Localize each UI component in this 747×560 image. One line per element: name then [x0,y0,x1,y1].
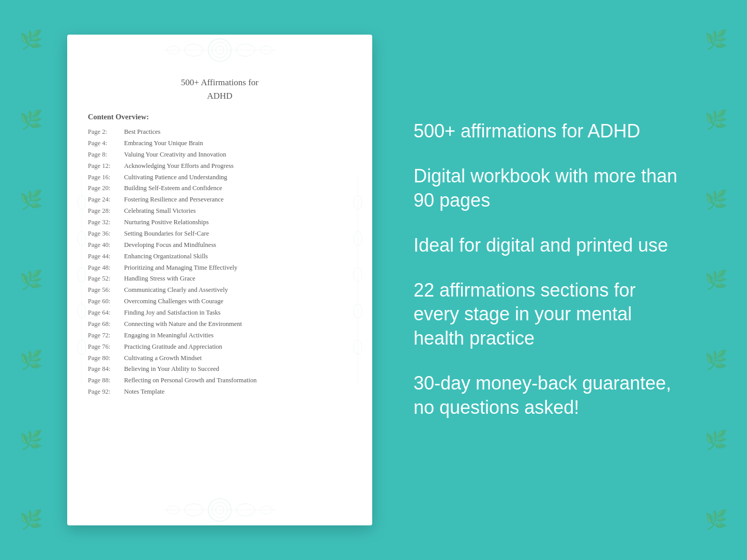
floral-sprig: 🌿 [705,510,728,529]
toc-page-number: Page 40: [88,240,124,251]
toc-page-title: Valuing Your Creativity and Innovation [124,149,226,161]
main-layout: 500+ Affirmations for ADHD Content Overv… [0,0,747,560]
toc-page-number: Page 60: [88,296,124,307]
floral-sprig: 🌿 [705,431,728,449]
right-panel: 500+ affirmations for ADHDDigital workbo… [403,119,680,440]
floral-sprig: 🌿 [20,30,43,49]
toc-page-title: Acknowledging Your Efforts and Progress [124,161,234,172]
doc-deco-bottom [67,494,372,525]
toc-item: Page 24:Fostering Resilience and Perseve… [88,194,352,206]
floral-sprig: 🌿 [20,351,43,369]
toc-item: Page 52:Handling Stress with Grace [88,273,352,285]
toc-item: Page 4:Embracing Your Unique Brain [88,138,352,149]
document-title: 500+ Affirmations for ADHD [88,76,352,102]
floral-sprig: 🌿 [20,271,43,289]
toc-item: Page 92:Notes Template [88,386,352,398]
feature-text: 500+ affirmations for ADHD [414,119,680,144]
toc-item: Page 40:Developing Focus and Mindfulness [88,240,352,251]
toc-page-number: Page 36: [88,228,124,240]
toc-page-title: Handling Stress with Grace [124,273,195,285]
content-overview-label: Content Overview: [88,113,352,121]
toc-item: Page 76:Practicing Gratitude and Appreci… [88,341,352,353]
toc-page-number: Page 24: [88,194,124,206]
toc-page-number: Page 84: [88,364,124,375]
toc-page-number: Page 8: [88,149,124,161]
toc-page-number: Page 76: [88,341,124,353]
toc-page-title: Finding Joy and Satisfaction in Tasks [124,307,221,319]
toc-page-number: Page 64: [88,307,124,319]
toc-page-title: Embracing Your Unique Brain [124,138,203,149]
toc-page-number: Page 80: [88,353,124,364]
toc-page-title: Best Practices [124,127,160,138]
floral-sprig: 🌿 [20,191,43,209]
toc-page-title: Overcoming Challenges with Courage [124,296,223,307]
toc-page-number: Page 72: [88,330,124,341]
feature-item-3: 22 affirmations sections for every stage… [414,278,680,351]
toc-page-number: Page 92: [88,386,124,398]
toc-item: Page 68:Connecting with Nature and the E… [88,319,352,330]
toc-item: Page 36:Setting Boundaries for Self-Care [88,228,352,240]
floral-sprig: 🌿 [20,111,43,129]
floral-border-right: 🌿 🌿 🌿 🌿 🌿 🌿 🌿 [685,0,747,560]
toc-page-title: Cultivating Patience and Understanding [124,172,227,183]
toc-page-title: Developing Focus and Mindfulness [124,240,216,251]
toc-page-number: Page 68: [88,319,124,330]
toc-page-title: Communicating Clearly and Assertively [124,285,228,296]
doc-deco-top [67,35,372,66]
document-page: 500+ Affirmations for ADHD Content Overv… [67,35,372,525]
toc-item: Page 56:Communicating Clearly and Assert… [88,285,352,296]
floral-sprig: 🌿 [20,510,43,529]
toc-page-number: Page 28: [88,206,124,217]
toc-page-title: Notes Template [124,386,164,398]
toc-page-number: Page 48: [88,262,124,274]
toc-item: Page 20:Building Self-Esteem and Confide… [88,183,352,194]
toc-page-number: Page 56: [88,285,124,296]
feature-text: Digital workbook with more than 90 pages [414,164,680,213]
toc-page-title: Cultivating a Growth Mindset [124,353,202,364]
floral-sprig: 🌿 [20,431,43,449]
toc-page-title: Building Self-Esteem and Confidence [124,183,222,194]
toc-page-number: Page 4: [88,138,124,149]
toc-page-title: Believing in Your Ability to Succeed [124,364,219,375]
toc-page-number: Page 12: [88,161,124,172]
toc-item: Page 84:Believing in Your Ability to Suc… [88,364,352,375]
toc-item: Page 88:Reflecting on Personal Growth an… [88,375,352,386]
toc-item: Page 8:Valuing Your Creativity and Innov… [88,149,352,161]
floral-border-left: 🌿 🌿 🌿 🌿 🌿 🌿 🌿 [0,0,62,560]
toc-item: Page 2:Best Practices [88,127,352,138]
floral-sprig: 🌿 [705,30,728,49]
toc-page-number: Page 52: [88,273,124,285]
feature-text: Ideal for digital and printed use [414,234,680,258]
toc-page-title: Celebrating Small Victories [124,206,196,217]
feature-item-0: 500+ affirmations for ADHD [414,119,680,144]
toc-page-number: Page 2: [88,127,124,138]
toc-item: Page 12:Acknowledging Your Efforts and P… [88,161,352,172]
toc-item: Page 44:Enhancing Organizational Skills [88,251,352,262]
doc-deco-side-right [347,66,368,494]
floral-sprig: 🌿 [705,191,728,209]
toc-item: Page 64:Finding Joy and Satisfaction in … [88,307,352,319]
toc-page-number: Page 16: [88,172,124,183]
toc-page-number: Page 88: [88,375,124,386]
floral-sprig: 🌿 [705,271,728,289]
toc-item: Page 72:Engaging in Meaningful Activitie… [88,330,352,341]
toc-item: Page 80:Cultivating a Growth Mindset [88,353,352,364]
toc-page-title: Prioritizing and Managing Time Effective… [124,262,237,274]
toc-item: Page 16:Cultivating Patience and Underst… [88,172,352,183]
doc-deco-side-left [71,66,92,494]
floral-sprig: 🌿 [705,111,728,129]
toc-item: Page 28:Celebrating Small Victories [88,206,352,217]
toc-page-title: Engaging in Meaningful Activities [124,330,214,341]
toc-list: Page 2:Best PracticesPage 4:Embracing Yo… [88,127,352,398]
toc-page-title: Enhancing Organizational Skills [124,251,208,262]
toc-page-number: Page 32: [88,217,124,228]
feature-item-2: Ideal for digital and printed use [414,234,680,258]
toc-page-title: Reflecting on Personal Growth and Transf… [124,375,257,386]
floral-sprig: 🌿 [705,351,728,369]
toc-page-title: Nurturing Positive Relationships [124,217,209,228]
toc-page-title: Practicing Gratitude and Appreciation [124,341,222,353]
toc-page-number: Page 20: [88,183,124,194]
feature-item-1: Digital workbook with more than 90 pages [414,164,680,213]
toc-page-title: Setting Boundaries for Self-Care [124,228,209,240]
toc-page-title: Fostering Resilience and Perseverance [124,194,224,206]
